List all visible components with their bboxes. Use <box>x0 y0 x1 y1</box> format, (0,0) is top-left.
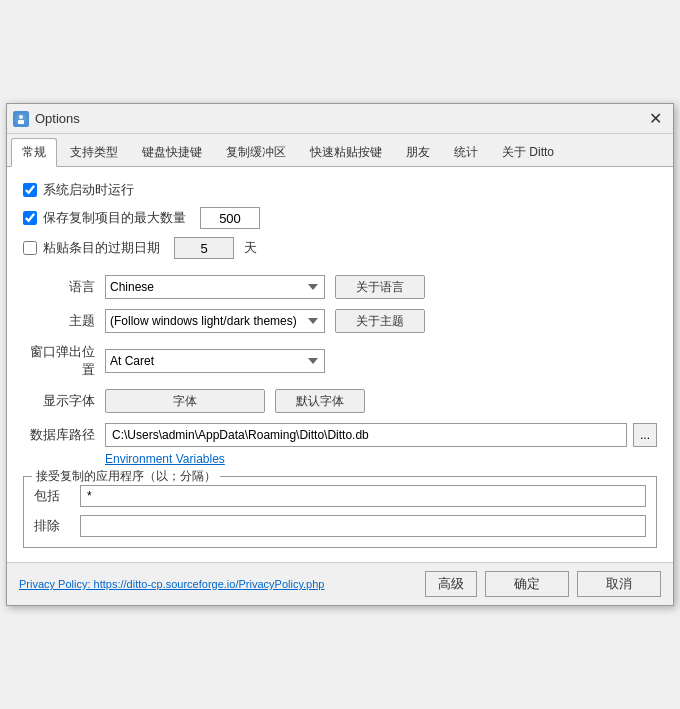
include-input[interactable] <box>80 485 646 507</box>
max-items-input[interactable] <box>200 207 260 229</box>
tab-friends[interactable]: 朋友 <box>395 138 441 166</box>
theme-label: 主题 <box>23 312 95 330</box>
window-title: Options <box>35 111 80 126</box>
startup-checkbox[interactable] <box>23 183 37 197</box>
language-label: 语言 <box>23 278 95 296</box>
theme-button[interactable]: 关于主题 <box>335 309 425 333</box>
main-window: Options ✕ 常规 支持类型 键盘快捷键 复制缓冲区 快速粘贴按键 朋友 … <box>6 103 674 606</box>
db-path-row: 数据库路径 ... Environment Variables <box>23 423 657 466</box>
window-position-row: 窗口弹出位置 At Caret <box>23 343 657 379</box>
db-path-label: 数据库路径 <box>23 426 95 444</box>
language-select[interactable]: Chinese <box>105 275 325 299</box>
close-button[interactable]: ✕ <box>643 107 667 131</box>
accepted-apps-group: 接受复制的应用程序（以；分隔） 包括 排除 <box>23 476 657 548</box>
startup-label[interactable]: 系统启动时运行 <box>43 181 134 199</box>
tab-supported-types[interactable]: 支持类型 <box>59 138 129 166</box>
title-bar: Options ✕ <box>7 104 673 134</box>
expiry-label[interactable]: 粘贴条目的过期日期 <box>43 239 160 257</box>
exclude-input[interactable] <box>80 515 646 537</box>
app-icon <box>13 111 29 127</box>
tab-quick-paste[interactable]: 快速粘贴按键 <box>299 138 393 166</box>
startup-row: 系统启动时运行 <box>23 181 657 199</box>
display-font-label: 显示字体 <box>23 392 95 410</box>
tab-about[interactable]: 关于 Ditto <box>491 138 565 166</box>
svg-rect-2 <box>18 120 24 124</box>
window-position-select[interactable]: At Caret <box>105 349 325 373</box>
theme-select[interactable]: (Follow windows light/dark themes) <box>105 309 325 333</box>
language-select-wrapper: Chinese <box>105 275 325 299</box>
privacy-policy-link[interactable]: Privacy Policy: https://ditto-cp.sourcef… <box>19 578 324 590</box>
window-position-select-wrapper: At Caret <box>105 349 325 373</box>
footer-buttons: 高级 确定 取消 <box>425 571 661 597</box>
max-items-checkbox[interactable] <box>23 211 37 225</box>
advanced-button[interactable]: 高级 <box>425 571 477 597</box>
tab-stats[interactable]: 统计 <box>443 138 489 166</box>
content-area: 系统启动时运行 保存复制项目的最大数量 粘贴条目的过期日期 天 语言 Chine… <box>7 167 673 562</box>
include-label: 包括 <box>34 487 70 505</box>
language-row: 语言 Chinese 关于语言 <box>23 275 657 299</box>
title-bar-left: Options <box>13 111 80 127</box>
expiry-checkbox[interactable] <box>23 241 37 255</box>
tab-copy-buffer[interactable]: 复制缓冲区 <box>215 138 297 166</box>
expiry-input[interactable] <box>174 237 234 259</box>
db-browse-button[interactable]: ... <box>633 423 657 447</box>
default-font-button[interactable]: 默认字体 <box>275 389 365 413</box>
expiry-unit: 天 <box>244 239 257 257</box>
expiry-row: 粘贴条目的过期日期 天 <box>23 237 657 259</box>
tab-bar: 常规 支持类型 键盘快捷键 复制缓冲区 快速粘贴按键 朋友 统计 关于 Ditt… <box>7 134 673 167</box>
include-row: 包括 <box>34 485 646 507</box>
accepted-apps-title: 接受复制的应用程序（以；分隔） <box>32 468 220 485</box>
ok-button[interactable]: 确定 <box>485 571 569 597</box>
theme-select-wrapper: (Follow windows light/dark themes) <box>105 309 325 333</box>
theme-row: 主题 (Follow windows light/dark themes) 关于… <box>23 309 657 333</box>
svg-point-1 <box>19 115 23 119</box>
exclude-row: 排除 <box>34 515 646 537</box>
footer: Privacy Policy: https://ditto-cp.sourcef… <box>7 562 673 605</box>
exclude-label: 排除 <box>34 517 70 535</box>
language-button[interactable]: 关于语言 <box>335 275 425 299</box>
font-button[interactable]: 字体 <box>105 389 265 413</box>
window-position-label: 窗口弹出位置 <box>23 343 95 379</box>
tab-general[interactable]: 常规 <box>11 138 57 167</box>
display-font-row: 显示字体 字体 默认字体 <box>23 389 657 413</box>
max-items-row: 保存复制项目的最大数量 <box>23 207 657 229</box>
max-items-label[interactable]: 保存复制项目的最大数量 <box>43 209 186 227</box>
db-path-input[interactable] <box>105 423 627 447</box>
env-variables-link[interactable]: Environment Variables <box>105 452 225 466</box>
cancel-button[interactable]: 取消 <box>577 571 661 597</box>
tab-keyboard-shortcuts[interactable]: 键盘快捷键 <box>131 138 213 166</box>
